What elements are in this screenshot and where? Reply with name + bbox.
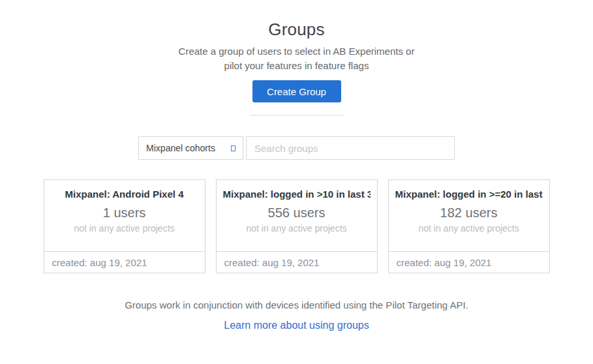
group-card-status: not in any active projects <box>395 223 543 234</box>
group-card-body: Mixpanel: Android Pixel 4 1 users not in… <box>44 180 205 251</box>
create-group-button[interactable]: Create Group <box>252 80 341 102</box>
group-card-created: created: aug 19, 2021 <box>217 251 377 273</box>
group-card-users-count: 556 users <box>223 205 371 220</box>
groups-page: Groups Create a group of users to select… <box>0 0 593 364</box>
group-cards-row: Mixpanel: Android Pixel 4 1 users not in… <box>44 179 550 273</box>
group-card[interactable]: Mixpanel: logged in >10 in last 30 ... 5… <box>216 179 378 273</box>
group-card-title: Mixpanel: Android Pixel 4 <box>51 189 198 200</box>
learn-more-link[interactable]: Learn more about using groups <box>224 320 369 331</box>
header-divider <box>250 115 343 115</box>
page-title: Groups <box>268 20 324 40</box>
subtitle-line-2: pilot your features in feature flags <box>224 60 369 71</box>
controls-row: Mixpanel cohorts <box>138 136 455 160</box>
group-card-status: not in any active projects <box>223 223 371 234</box>
group-card-title: Mixpanel: logged in >=20 in last 30... <box>395 189 543 200</box>
footer-note: Groups work in conjunction with devices … <box>125 299 468 311</box>
group-card[interactable]: Mixpanel: Android Pixel 4 1 users not in… <box>44 179 205 273</box>
group-card-status: not in any active projects <box>51 223 198 234</box>
search-groups-input[interactable] <box>246 136 455 160</box>
group-card-body: Mixpanel: logged in >10 in last 30 ... 5… <box>217 180 377 251</box>
group-card-title: Mixpanel: logged in >10 in last 30 ... <box>223 189 371 200</box>
cohort-dropdown-value: Mixpanel cohorts <box>146 143 215 153</box>
group-card-created: created: aug 19, 2021 <box>389 251 549 273</box>
cohort-source-dropdown[interactable]: Mixpanel cohorts <box>138 136 243 160</box>
dropdown-indicator-icon <box>231 145 236 151</box>
group-card-users-count: 182 users <box>395 205 543 220</box>
page-subtitle: Create a group of users to select in AB … <box>179 44 415 73</box>
group-card-body: Mixpanel: logged in >=20 in last 30... 1… <box>389 180 549 251</box>
group-card-created: created: aug 19, 2021 <box>44 251 205 273</box>
group-card[interactable]: Mixpanel: logged in >=20 in last 30... 1… <box>388 179 550 273</box>
subtitle-line-1: Create a group of users to select in AB … <box>179 46 415 57</box>
group-card-users-count: 1 users <box>51 205 198 220</box>
